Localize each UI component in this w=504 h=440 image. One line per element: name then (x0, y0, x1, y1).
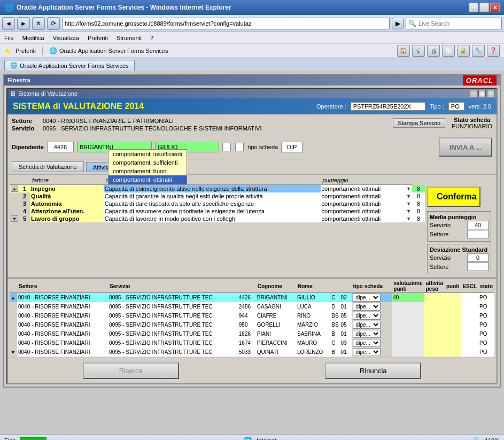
preferiti-link[interactable]: Preferiti (15, 48, 36, 54)
list-code: 5033 (238, 348, 256, 357)
list-val-punti (392, 302, 424, 311)
home-icon-btn[interactable]: 🏠 (397, 45, 410, 57)
tipo-scheda-select[interactable]: dipe... (353, 312, 381, 320)
list-settore: 0040 - RISORSE FINANZIARI (17, 293, 108, 303)
row-scroll-ctrl: ▲ (10, 185, 19, 193)
scroll-up-btn[interactable]: ▲ (11, 186, 18, 192)
list-tipo-scheda[interactable]: dipe... (352, 320, 392, 329)
list-stato: PO (478, 348, 494, 357)
list-cognome: QUINATI (256, 348, 296, 357)
minimize-button[interactable]: ─ (469, 3, 478, 12)
finestra-content: 🖥 Sistema di Valutazione ─ ▣ ✕ SISTEMA d… (4, 86, 500, 387)
list-c: BS (330, 320, 339, 329)
live-search-input[interactable] (418, 20, 499, 27)
dropdown-item-1[interactable]: comportamenti sufficienti (108, 158, 187, 167)
menu-strumenti[interactable]: Strumenti (117, 35, 142, 41)
comportamenti-dropdown[interactable]: comportamenti insufficienti comportament… (108, 149, 187, 184)
help-icon-btn[interactable]: ❓ (487, 45, 500, 57)
list-val-punti (392, 311, 424, 320)
list-att-peso (424, 329, 445, 338)
list-servizio: 0095 - SERVIZIO INFRASTRUTTURE TEC (108, 311, 238, 320)
dropdown-item-0[interactable]: comportamenti insufficienti (108, 150, 187, 158)
tipo-scheda-input[interactable] (281, 142, 303, 152)
tipo-scheda-select[interactable]: dipe... (353, 339, 381, 347)
val-minimize-btn[interactable]: ─ (470, 90, 477, 97)
comportamento-combo[interactable]: comportamenti ottimali▼ (321, 200, 412, 207)
list-col-scroll (10, 280, 17, 293)
table-row: ▼5Lavoro di gruppoCapacità di lavorare i… (10, 215, 425, 222)
list-tipo-scheda[interactable]: dipe... (352, 329, 392, 338)
tab-scheda-button[interactable]: Scheda di Valutazione (12, 161, 84, 172)
list-num: 01 (340, 348, 352, 357)
dipendente-code-input[interactable] (47, 142, 74, 152)
safety-icon-btn[interactable]: 🔒 (457, 45, 470, 57)
val-restore-btn[interactable]: ▣ (478, 90, 486, 97)
close-button[interactable]: ✕ (490, 3, 500, 12)
menu-visualizza[interactable]: Visualizza (53, 35, 79, 41)
list-tipo-scheda[interactable]: dipe... (352, 293, 392, 303)
comportamento-combo[interactable]: comportamenti ottimali▼ (321, 185, 412, 192)
val-close-btn[interactable]: ✕ (487, 90, 494, 97)
dropdown-item-3[interactable]: comportamenti ottimali (108, 175, 187, 184)
scroll-down-btn[interactable]: ▼ (11, 215, 18, 222)
address-bar[interactable] (62, 18, 390, 29)
table-row: 3AutonomiaCapacità di dare risposta da s… (10, 200, 425, 207)
list-item[interactable]: ▲0040 - RISORSE FINANZIARI0095 - SERVIZI… (10, 293, 494, 303)
list-tipo-scheda[interactable]: dipe... (352, 348, 392, 357)
invia-a-button[interactable]: INVIA A ... (439, 137, 492, 157)
stampa-servizio-button[interactable]: Stampa Servizio (393, 118, 445, 128)
print-icon-btn[interactable]: 🖨 (427, 45, 440, 57)
back-button[interactable]: ◄ (2, 17, 15, 30)
browser-title-bar: 🌐 Oracle Application Server Forms Servic… (0, 0, 504, 15)
go-button[interactable]: ▶ (392, 18, 404, 29)
list-item: 0040 - RISORSE FINANZIARI0095 - SERVIZIO… (10, 320, 494, 329)
menu-preferiti[interactable]: Preferiti (88, 35, 108, 41)
bookmarks-bar: ★ Preferiti 🌐 Oracle Application Server … (0, 44, 504, 58)
tipo-scheda-select[interactable]: dipe... (353, 348, 381, 356)
val-window: 🖥 Sistema di Valutazione ─ ▣ ✕ SISTEMA d… (6, 88, 498, 384)
forward-button[interactable]: ► (17, 17, 30, 30)
list-escl (461, 311, 478, 320)
tipo-scheda-select[interactable]: dipe... (353, 330, 381, 338)
conferma-button[interactable]: Conferma (427, 187, 480, 207)
list-servizio: 0095 - SERVIZIO INFRASTRUTTURE TEC (108, 293, 238, 303)
rinuncia-button[interactable]: Rinuncia (325, 362, 421, 379)
menu-help[interactable]: ? (150, 35, 153, 41)
maximize-button[interactable]: □ (479, 3, 489, 12)
list-item: 0040 - RISORSE FINANZIARI0095 - SERVIZIO… (10, 329, 494, 338)
page-icon-btn[interactable]: 📄 (442, 45, 455, 57)
list-item: 0040 - RISORSE FINANZIARI0095 - SERVIZIO… (10, 302, 494, 311)
check-box-1[interactable] (222, 143, 231, 151)
dev-servizio-row: Servizio 0 (430, 253, 489, 262)
tools-icon-btn[interactable]: 🔧 (472, 45, 485, 57)
feeds-icon-btn[interactable]: 📡 (412, 45, 425, 57)
list-tipo-scheda[interactable]: dipe... (352, 338, 392, 348)
ricerca-button[interactable]: Ricerca (83, 362, 179, 379)
tipo-scheda-select[interactable]: dipe... (353, 321, 381, 329)
menu-modifica[interactable]: Modifica (22, 35, 44, 41)
comportamento-combo[interactable]: comportamenti ottimali▼ (321, 192, 412, 200)
list-settore: 0040 - RISORSE FINANZIARI (17, 338, 108, 348)
list-tipo-scheda[interactable]: dipe... (352, 311, 392, 320)
combo-arrow-icon: ▼ (406, 209, 411, 214)
list-val-punti (392, 348, 424, 357)
fattore-cell: Impegno (30, 185, 104, 193)
browser-tab[interactable]: 🌐 Oracle Application Server Forms Servic… (4, 60, 135, 71)
check-box-2[interactable] (235, 143, 244, 151)
fattore-cell: Lavoro di gruppo (30, 215, 104, 222)
tipo-scheda-select[interactable]: dipe... (353, 303, 381, 311)
menu-file[interactable]: File (4, 35, 14, 41)
list-stato: PO (478, 293, 494, 303)
refresh-button[interactable]: ⟳ (47, 17, 60, 30)
list-col-escl: ESCL (461, 280, 478, 293)
combo-value: comportamenti ottimali (322, 186, 381, 192)
tipo-scheda-select[interactable]: dipe... (353, 294, 381, 302)
comportamento-combo[interactable]: comportamenti ottimali▼ (321, 215, 412, 222)
list-servizio: 0095 - SERVIZIO INFRASTRUTTURE TEC (108, 302, 238, 311)
list-tipo-scheda[interactable]: dipe... (352, 302, 392, 311)
comportamento-combo[interactable]: comportamenti ottimali▼ (321, 207, 412, 215)
oracle-link[interactable]: 🌐 Oracle Application Server Forms Servic… (49, 47, 168, 55)
media-punteggio-box: Media punteggio Servizio 40 Settore (427, 211, 491, 242)
dropdown-item-2[interactable]: comportamenti buoni (108, 167, 187, 175)
stop-button[interactable]: ✕ (32, 17, 45, 30)
